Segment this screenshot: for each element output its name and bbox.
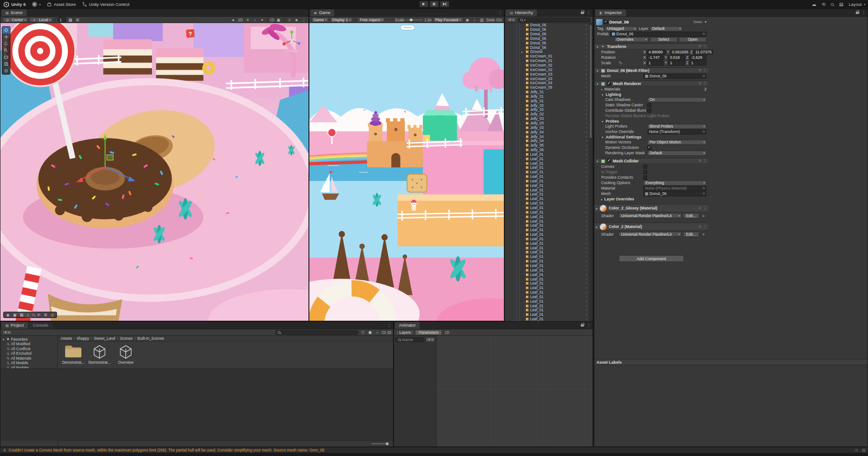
display-dropdown[interactable]: Display 1 <box>330 17 353 22</box>
open-prefab-icon[interactable] <box>586 135 587 138</box>
open-prefab-icon[interactable] <box>586 28 587 31</box>
foldout-icon[interactable] <box>596 206 598 210</box>
open-prefab-icon[interactable] <box>586 202 587 205</box>
component-enabled-checkbox[interactable] <box>607 159 611 163</box>
open-prefab-icon[interactable] <box>586 95 587 98</box>
component-enabled-checkbox[interactable] <box>607 81 611 86</box>
foldout-icon[interactable] <box>596 159 599 163</box>
layer-dropdown[interactable]: Default <box>650 26 683 31</box>
open-prefab-icon[interactable] <box>586 220 587 223</box>
open-prefab-icon[interactable] <box>586 24 587 27</box>
rotation-y-field[interactable]: 0.018 <box>668 55 685 60</box>
open-prefab-icon[interactable] <box>586 260 587 263</box>
foldout-icon[interactable] <box>601 87 602 91</box>
link-icon[interactable] <box>619 61 622 65</box>
perspective-label[interactable]: < Persp <box>281 49 302 53</box>
snap-increment-icon[interactable]: ⊞ <box>75 17 81 23</box>
overrides-dropdown[interactable]: Overrides <box>614 37 649 42</box>
position-y-field[interactable]: 0.661656 <box>670 50 689 55</box>
tab-scene[interactable]: ▦ Scene <box>1 10 27 16</box>
hierarchy-item[interactable]: Donut_06 <box>505 32 593 37</box>
search-icon[interactable] <box>831 3 834 6</box>
open-prefab-icon[interactable] <box>586 300 587 303</box>
step-button[interactable] <box>440 1 449 7</box>
tag-dropdown[interactable]: Untagged <box>605 26 637 31</box>
breadcrumb-item[interactable]: Built-In_Scenes <box>138 336 168 341</box>
probes-foldout[interactable]: Probes <box>594 119 708 124</box>
hierarchy-item[interactable]: Leaf_01 <box>505 255 593 259</box>
open-prefab-icon[interactable] <box>586 73 587 76</box>
open-prefab-icon[interactable] <box>586 157 587 161</box>
project-search-input[interactable] <box>275 330 359 335</box>
lock-icon[interactable] <box>581 323 584 327</box>
hierarchy-item[interactable]: Leaf_01 <box>505 317 593 321</box>
hierarchy-item[interactable]: IceCream_02 <box>505 67 593 72</box>
component-menu-icon[interactable]: ⋮ <box>703 159 707 163</box>
foldout-icon[interactable] <box>596 44 599 49</box>
open-prefab-icon[interactable] <box>586 100 587 103</box>
position-x-field[interactable]: 4.88089 <box>647 50 666 55</box>
hierarchy-item[interactable]: Leaf_01 <box>505 223 593 228</box>
hierarchy-item[interactable]: ▸ Ground <box>505 50 593 54</box>
hierarchy-item[interactable]: Leaf_01 <box>505 277 593 281</box>
camera-icon[interactable]: ▣ <box>12 312 18 318</box>
hierarchy-scrollbar[interactable] <box>589 23 592 321</box>
open-prefab-icon[interactable] <box>586 55 587 58</box>
open-prefab-icon[interactable] <box>586 295 587 299</box>
status-bar[interactable]: ⚠ Couldn't create a Convex Mesh from sou… <box>0 447 868 453</box>
tab-inspector[interactable]: ◧ Inspector <box>595 10 626 16</box>
avatar-cam-icon[interactable]: ◉ <box>5 312 11 318</box>
cooking-options-dropdown[interactable]: Everything <box>643 180 707 185</box>
parameter-search-input[interactable]: Name <box>395 337 424 342</box>
open-prefab-icon[interactable] <box>586 122 587 125</box>
progress-icon[interactable]: ◷ <box>855 448 858 452</box>
scene-viewport[interactable]: ? <box>0 23 308 321</box>
rect-tool-button[interactable] <box>2 54 10 61</box>
hierarchy-item[interactable]: Donut_06 <box>505 28 593 32</box>
open-prefab-icon[interactable] <box>586 113 587 116</box>
open-prefab-icon[interactable] <box>586 264 587 267</box>
layout-dropdown[interactable]: Layout ▾ <box>849 2 865 7</box>
open-prefab-icon[interactable] <box>586 175 587 178</box>
hierarchy-item[interactable]: Leaf_01 <box>505 197 593 201</box>
favorites-foldout[interactable]: ★ Favorites <box>0 337 57 342</box>
grid-view-icon[interactable]: ▦ <box>19 312 24 318</box>
camera-dropdown-icon[interactable]: ▣ <box>275 17 281 23</box>
help-icon[interactable]: ? <box>699 81 701 86</box>
mute-audio-icon[interactable]: ♪ <box>472 17 478 23</box>
open-button[interactable]: Open <box>679 37 707 42</box>
hierarchy-item[interactable]: Leaf_01 <box>505 268 593 272</box>
hidden-packages-count[interactable]: 23 <box>382 330 391 335</box>
open-prefab-icon[interactable] <box>586 166 587 169</box>
open-prefab-icon[interactable] <box>586 162 587 165</box>
scale-tool-button[interactable] <box>2 47 10 54</box>
search-by-type-icon[interactable]: ▽ <box>360 330 366 335</box>
breadcrumb-item[interactable]: Scenes <box>120 336 138 341</box>
search-by-label-icon[interactable]: ⬟ <box>367 330 373 335</box>
hierarchy-item[interactable]: Leaf_01 <box>505 264 593 268</box>
tab-console[interactable]: Console <box>29 322 52 329</box>
add-component-button[interactable]: Add Component <box>619 255 684 262</box>
panel-menu-icon[interactable]: ⋮ <box>387 323 391 328</box>
open-prefab-icon[interactable] <box>586 242 587 245</box>
move-tool-button[interactable] <box>2 33 10 40</box>
tab-project[interactable]: ▦ Project <box>1 322 28 329</box>
open-prefab-icon[interactable] <box>586 42 587 45</box>
dynamic-occlusion-checkbox[interactable] <box>647 146 651 150</box>
open-prefab-icon[interactable] <box>586 81 587 85</box>
hierarchy-item[interactable]: Leaf_01 <box>505 246 593 250</box>
open-prefab-icon[interactable] <box>586 90 587 94</box>
hierarchy-item[interactable]: Jelly_06 <box>505 148 593 152</box>
hierarchy-item[interactable]: IceCream_05 <box>505 86 593 90</box>
open-prefab-icon[interactable] <box>586 224 587 227</box>
component-menu-icon[interactable]: ⋮ <box>703 68 707 72</box>
hierarchy-search-input[interactable]: ▾ <box>517 18 591 22</box>
open-prefab-icon[interactable] <box>586 108 587 111</box>
open-prefab-icon[interactable] <box>586 153 587 156</box>
open-prefab-icon[interactable] <box>586 278 587 281</box>
hierarchy-item[interactable]: Donut_06 <box>505 45 593 50</box>
asset-labels-section[interactable]: Asset Labels <box>594 359 868 365</box>
pan-icon[interactable]: ✣ <box>36 312 42 318</box>
mesh-object-field[interactable]: Donut_06 <box>643 74 707 79</box>
hierarchy-item[interactable]: Leaf_01 <box>505 233 593 237</box>
